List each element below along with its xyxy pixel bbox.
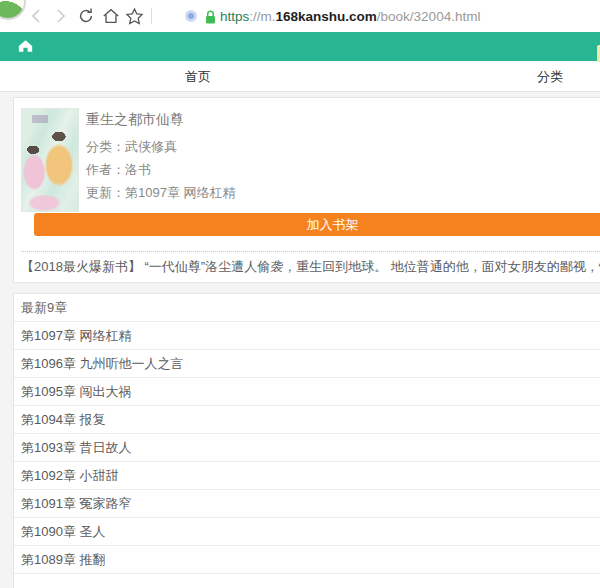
extension-dot-icon[interactable] [185,10,197,22]
book-update-line: 更新：第1097章 网络杠精 [86,184,236,202]
url-scheme: https [220,9,249,24]
book-title: 重生之都市仙尊 [86,111,184,129]
home-icon[interactable] [101,6,121,26]
book-cover-image[interactable] [21,108,79,212]
nav-item-category[interactable]: 分类 [537,61,563,92]
chapter-list-header: 最新9章 [14,294,600,322]
book-author-line: 作者：洛书 [86,161,151,179]
chapter-link[interactable]: 第1095章 闯出大祸 [14,378,600,406]
url-domain: 168kanshu.com [276,9,377,24]
chapter-list-card: 最新9章 第1097章 网络杠精 第1096章 九州听他一人之言 第1095章 … [13,293,600,588]
refresh-icon[interactable] [76,6,96,26]
book-info-card: 重生之都市仙尊 分类：武侠修真 作者：洛书 更新：第1097章 网络杠精 加入书… [13,97,600,283]
browser-toolbar: https://m.168kanshu.com/book/32004.html [0,0,600,32]
chapter-link[interactable]: 第1091章 冤家路窄 [14,490,600,518]
url-path: /book/32004.html [377,9,481,24]
site-home-icon[interactable] [18,39,33,57]
chapter-link[interactable]: 第1089章 推翻 [14,546,600,574]
back-button[interactable] [26,6,46,26]
description-divider [21,251,600,252]
address-bar[interactable]: https://m.168kanshu.com/book/32004.html [220,0,480,32]
category-label: 分类： [86,139,125,154]
bookmark-star-icon[interactable] [124,6,144,26]
ssl-lock-icon [200,7,220,27]
author-label: 作者： [86,162,125,177]
site-header-bar [0,32,600,61]
chapter-link[interactable]: 第1096章 九州听他一人之言 [14,350,600,378]
chapter-link[interactable]: 第1092章 小甜甜 [14,462,600,490]
author-value: 洛书 [125,162,151,177]
url-host-prefix: ://m. [249,9,275,24]
cover-watermark [32,115,48,123]
book-category-line: 分类：武侠修真 [86,138,177,156]
chapter-link[interactable]: 第1097章 网络杠精 [14,322,600,350]
chapter-link[interactable]: 第1093章 昔日故人 [14,434,600,462]
nav-item-home[interactable]: 首页 [185,61,211,92]
toolbar-separator [151,8,152,24]
chapter-link[interactable]: 第1094章 报复 [14,406,600,434]
latest-chapter-value[interactable]: 第1097章 网络杠精 [125,185,236,200]
book-description: 【2018最火爆新书】 “一代仙尊”洛尘遭人偷袭，重生回到地球。 地位普通的他，… [21,258,600,276]
update-label: 更新： [86,185,125,200]
site-nav: 首页 分类 [0,61,600,92]
browser-tab-avatar[interactable] [0,0,26,20]
add-to-shelf-button[interactable]: 加入书架 [34,213,600,236]
category-value: 武侠修真 [125,139,177,154]
chapter-link[interactable]: 第1090章 圣人 [14,518,600,546]
forward-button[interactable] [51,6,71,26]
